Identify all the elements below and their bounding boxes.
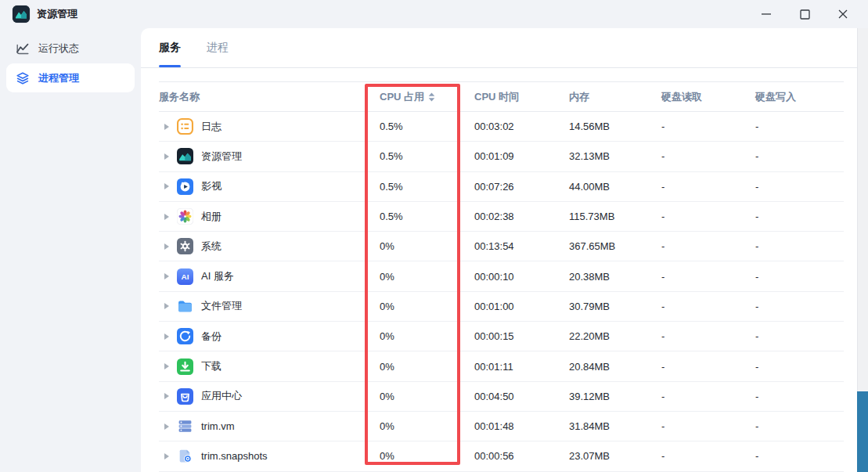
disk-write-cell: -	[755, 240, 844, 252]
disk-write-cell: -	[755, 150, 844, 162]
table-row[interactable]: 影视0.5%00:07:2644.00MB--	[159, 172, 844, 202]
expand-caret-icon[interactable]	[164, 303, 169, 309]
titlebar: 资源管理	[0, 0, 868, 28]
cpu-time-cell: 00:00:10	[474, 271, 569, 283]
cpu-usage-cell: 0.5%	[380, 150, 474, 162]
cpu-time-cell: 00:00:56	[474, 450, 569, 462]
cpu-usage-cell: 0%	[380, 240, 474, 252]
table-row[interactable]: 系统0%00:13:54367.65MB--	[159, 232, 844, 261]
disk-write-cell: -	[755, 301, 844, 312]
cpu-time-cell: 00:03:02	[474, 121, 569, 132]
window-title: 资源管理	[37, 7, 77, 21]
sidebar-item-running-status[interactable]: 运行状态	[0, 34, 141, 63]
sidebar-item-label: 进程管理	[38, 71, 79, 85]
service-name-cell: 资源管理	[159, 148, 380, 164]
table-row[interactable]: 备份0%00:00:1522.20MB--	[159, 322, 844, 351]
service-name-cell: trim.snapshots	[159, 448, 380, 464]
table-row[interactable]: trim.vm0%00:01:4831.84MB--	[159, 412, 844, 441]
service-name-cell: trim.vm	[159, 418, 380, 434]
column-header-service-name[interactable]: 服务名称	[159, 90, 380, 104]
memory-cell: 14.56MB	[569, 121, 661, 132]
service-name: 日志	[201, 120, 222, 134]
table-row[interactable]: 资源管理0.5%00:01:0932.13MB--	[159, 142, 844, 171]
disk-read-cell: -	[661, 330, 755, 342]
service-name: 影视	[201, 179, 222, 193]
memory-cell: 367.65MB	[569, 240, 661, 252]
tab-services[interactable]: 服务	[159, 28, 181, 67]
video-icon	[177, 178, 193, 195]
sidebar: 运行状态 进程管理	[0, 28, 141, 472]
cpu-usage-cell: 0%	[380, 361, 474, 373]
photos-icon	[177, 208, 193, 225]
expand-caret-icon[interactable]	[164, 393, 169, 399]
column-header-memory[interactable]: 内存	[569, 90, 661, 104]
table-row[interactable]: 下载0%00:01:1120.84MB--	[159, 351, 844, 381]
expand-caret-icon[interactable]	[164, 453, 169, 459]
expand-caret-icon[interactable]	[164, 273, 169, 279]
table-row[interactable]: 日志0.5%00:03:0214.56MB--	[159, 112, 844, 142]
scrollbar-thumb[interactable]	[857, 391, 868, 472]
memory-cell: 115.73MB	[569, 211, 661, 222]
disk-read-cell: -	[661, 181, 755, 193]
service-name-cell: 下载	[159, 359, 380, 375]
expand-caret-icon[interactable]	[164, 214, 169, 220]
cpu-time-cell: 00:01:00	[474, 301, 569, 312]
svg-text:AI: AI	[182, 272, 189, 281]
tab-processes[interactable]: 进程	[207, 28, 229, 67]
sidebar-item-process-management[interactable]: 进程管理	[6, 63, 135, 92]
expand-caret-icon[interactable]	[164, 153, 169, 160]
table-row[interactable]: 应用中心0%00:04:5039.12MB--	[159, 382, 844, 412]
expand-caret-icon[interactable]	[164, 243, 169, 250]
table-row[interactable]: 相册0.5%00:02:38115.73MB--	[159, 202, 844, 232]
backup-icon	[177, 328, 193, 344]
cpu-time-cell: 00:00:15	[474, 330, 569, 342]
gear-icon	[177, 238, 193, 254]
store-icon	[177, 388, 193, 405]
service-name: 系统	[201, 240, 222, 254]
disk-read-cell: -	[661, 271, 755, 283]
cpu-usage-cell: 0%	[380, 271, 474, 283]
column-header-disk-write[interactable]: 硬盘写入	[755, 90, 844, 104]
close-button[interactable]	[832, 3, 854, 25]
table-row[interactable]: AIAI 服务0%00:00:1020.38MB--	[159, 261, 844, 291]
column-header-cpu-usage[interactable]: CPU 占用	[380, 90, 474, 104]
cpu-time-cell: 00:04:50	[474, 391, 569, 402]
disk-read-cell: -	[661, 420, 755, 432]
column-label: 服务名称	[159, 90, 200, 104]
memory-cell: 30.79MB	[569, 301, 661, 312]
expand-caret-icon[interactable]	[164, 124, 169, 130]
service-name: AI 服务	[201, 269, 234, 283]
memory-cell: 23.07MB	[569, 450, 661, 462]
tab-bar: 服务 进程	[141, 28, 868, 68]
cpu-usage-cell: 0%	[380, 301, 474, 312]
service-name-cell: 系统	[159, 238, 380, 254]
disk-write-cell: -	[755, 361, 844, 373]
maximize-button[interactable]	[794, 3, 816, 25]
service-name: 下载	[201, 359, 222, 373]
column-header-disk-read[interactable]: 硬盘读取	[661, 90, 755, 104]
folder-icon	[177, 298, 193, 315]
expand-caret-icon[interactable]	[164, 423, 169, 430]
disk-read-cell: -	[661, 391, 755, 402]
table-row[interactable]: 文件管理0%00:01:0030.79MB--	[159, 292, 844, 322]
disk-write-cell: -	[755, 271, 844, 283]
cpu-time-cell: 00:01:48	[474, 420, 569, 432]
expand-caret-icon[interactable]	[164, 363, 169, 369]
table-row[interactable]: trim.snapshots0%00:00:5623.07MB--	[159, 441, 844, 471]
expand-caret-icon[interactable]	[164, 183, 169, 189]
memory-cell: 32.13MB	[569, 150, 661, 162]
minimize-button[interactable]	[755, 3, 777, 25]
memory-cell: 22.20MB	[569, 330, 661, 342]
column-header-cpu-time[interactable]: CPU 时间	[474, 90, 569, 104]
disk-read-cell: -	[661, 240, 755, 252]
service-name-cell: 应用中心	[159, 388, 380, 405]
service-name-cell: 日志	[159, 118, 380, 135]
cpu-time-cell: 00:02:38	[474, 211, 569, 222]
memory-cell: 31.84MB	[569, 420, 661, 432]
cpu-time-cell: 00:13:54	[474, 240, 569, 252]
expand-caret-icon[interactable]	[164, 333, 169, 340]
disk-write-cell: -	[755, 450, 844, 462]
sort-icon[interactable]	[428, 92, 435, 102]
cpu-usage-cell: 0.5%	[380, 181, 474, 193]
scrollbar-track[interactable]	[857, 28, 868, 472]
